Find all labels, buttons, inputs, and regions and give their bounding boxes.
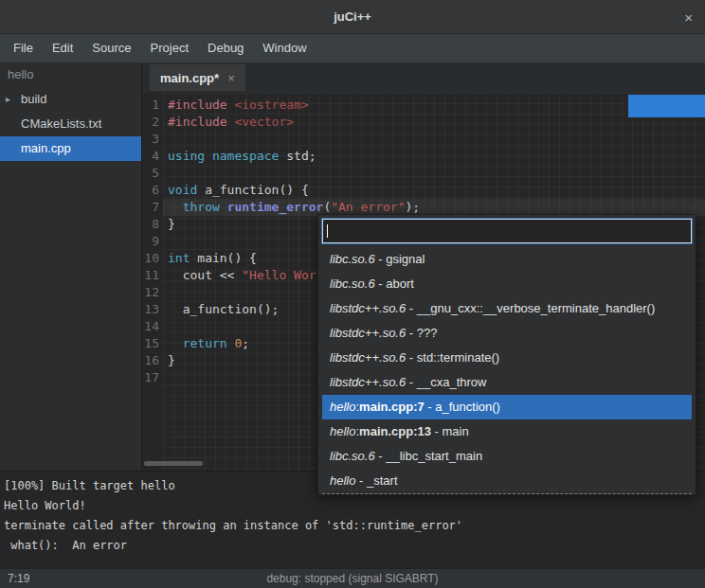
line-number[interactable]: 3 [142,131,163,148]
code-token: throw [183,200,220,214]
library-name: libstdc++.so.6 [330,350,406,365]
window-close-icon[interactable]: × [684,9,693,24]
popup-item[interactable]: libc.so.6 - __libc_start_main [322,444,692,469]
code-token: } [168,217,175,231]
line-number[interactable]: 11 [142,267,163,284]
tab-label: main.cpp* [160,71,219,85]
code-token: ; [242,336,249,350]
menu-item-file[interactable]: File [4,34,43,62]
menu-item-debug[interactable]: Debug [198,34,253,62]
code-token: <vector> [234,115,294,129]
library-name: libstdc++.so.6 [330,301,406,315]
text-caret [327,224,328,238]
line-number[interactable]: 10 [142,250,163,267]
line-number[interactable]: 9 [142,233,163,250]
line-number[interactable]: 13 [142,301,163,318]
horizontal-scrollbar-thumb[interactable] [144,461,203,466]
code-token: "An error" [331,200,405,214]
console-line: what(): An error [4,536,705,556]
code-token: using [168,149,205,163]
line-number[interactable]: 12 [142,284,163,301]
line-number[interactable]: 17 [142,369,163,386]
tab-main-cpp[interactable]: main.cpp* × [150,64,245,91]
tree-item-label: build [21,92,46,106]
app-window: juCi++ × FileEditSourceProjectDebugWindo… [0,0,705,588]
code-line[interactable]: #include <iostream> [163,97,705,114]
console-line: Hello World! [4,496,705,516]
code-line[interactable] [163,165,705,182]
menu-item-edit[interactable]: Edit [43,34,82,62]
menu-item-source[interactable]: Source [82,34,140,62]
line-number[interactable]: 4 [142,148,163,165]
titlebar[interactable]: juCi++ × [0,0,705,34]
console-line: terminate called after throwing an insta… [4,516,705,536]
menu-item-window[interactable]: Window [253,34,316,62]
line-number[interactable]: 1 [142,97,163,114]
code-token: <iostream> [234,98,308,112]
line-number[interactable]: 7 [142,199,163,216]
library-name: hello [330,424,355,438]
line-number[interactable]: 2 [142,114,163,131]
popup-item[interactable]: libstdc++.so.6 - __gnu_cxx::__verbose_te… [322,296,692,321]
code-token: cout << [168,268,242,282]
library-name: libstdc++.so.6 [330,375,406,389]
code-token [205,149,212,163]
code-token: int [168,251,190,265]
library-name: hello [330,400,355,414]
code-token: a_function() { [197,183,308,197]
code-token: std; [279,149,316,163]
line-number[interactable]: 5 [142,165,163,182]
library-name: libc.so.6 [330,276,375,291]
vertical-scrollbar-thumb[interactable] [628,95,705,117]
debug-status: debug: stopped (signal SIGABRT) [0,569,705,588]
tree-item-main-cpp[interactable]: main.cpp [0,136,141,161]
popup-item[interactable]: hello:main.cpp:13 - main [322,419,692,444]
code-token: main() { [190,251,256,265]
popup-item[interactable]: libstdc++.so.6 - std::terminate() [322,346,692,370]
code-token: void [168,183,197,197]
popup-item[interactable]: hello - _start [322,469,692,493]
code-token: #include [168,98,227,112]
tree-item-label: CMakeLists.txt [21,116,101,131]
library-name: libc.so.6 [330,252,375,266]
expander-icon[interactable]: ▸ [6,87,10,112]
tabbar: main.cpp* × [142,62,705,93]
tree-item-label: main.cpp [21,141,71,155]
code-line[interactable]: using namespace std; [163,148,705,165]
code-token [168,200,183,214]
file-tree: ▸buildCMakeLists.txtmain.cpp [0,87,141,161]
tree-item-cmakelists-txt[interactable]: CMakeLists.txt [0,112,141,136]
window-title: juCi++ [334,9,371,24]
library-name: hello [330,473,355,488]
library-name: libc.so.6 [330,449,375,463]
popup-list: libc.so.6 - gsignallibc.so.6 - abortlibs… [322,247,692,494]
popup-search-input[interactable] [322,219,692,243]
line-number[interactable]: 16 [142,352,163,369]
code-token: ); [405,200,420,214]
popup-item[interactable]: libstdc++.so.6 - __cxa_throw [322,370,692,395]
popup-item[interactable]: libstdc++.so.6 - ??? [322,321,692,346]
code-token [168,336,183,350]
library-name: libstdc++.so.6 [330,326,406,340]
stack-frame-popup: libc.so.6 - gsignallibc.so.6 - abortlibs… [317,214,696,495]
popup-item[interactable]: libc.so.6 - abort [322,272,692,296]
popup-item[interactable]: hello:main.cpp:7 - a_function() [322,395,692,419]
tab-close-icon[interactable]: × [227,71,235,85]
statusbar: 7:19 debug: stopped (signal SIGABRT) [0,568,705,588]
code-line[interactable] [163,131,705,148]
source-location: main.cpp:13 [359,424,431,438]
line-number[interactable]: 6 [142,182,163,199]
tree-item-build[interactable]: ▸build [0,87,141,112]
code-token [220,200,227,214]
code-token: } [168,353,175,367]
menu-item-project[interactable]: Project [141,34,198,62]
popup-item[interactable]: libc.so.6 - gsignal [322,247,692,272]
code-line[interactable]: void a_function() { [163,182,705,199]
code-line[interactable]: #include <vector> [163,114,705,131]
line-number[interactable]: 15 [142,335,163,352]
line-number[interactable]: 8 [142,216,163,233]
line-number[interactable]: 14 [142,318,163,335]
code-token: runtime_error [227,200,324,214]
project-root[interactable]: hello [0,62,141,87]
menubar: FileEditSourceProjectDebugWindow [0,34,705,62]
